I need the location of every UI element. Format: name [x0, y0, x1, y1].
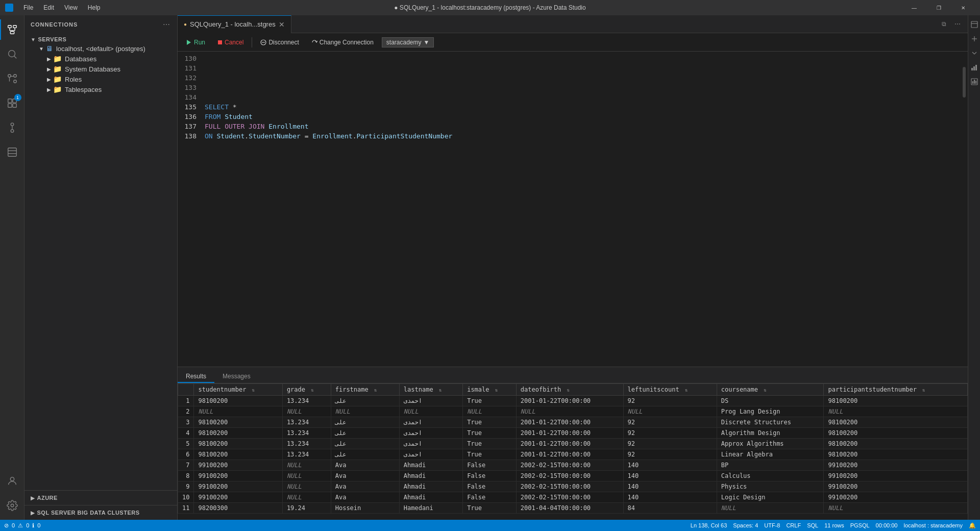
right-bar-chart-1[interactable] [968, 61, 981, 74]
right-bar-item-1[interactable] [968, 18, 981, 31]
results-tab[interactable]: Results [178, 371, 214, 383]
activity-account[interactable] [0, 469, 24, 493]
svg-line-8 [14, 56, 16, 59]
results-content[interactable]: studentnumber ⇅ grade ⇅ firstname ⇅ last… [178, 383, 968, 520]
menu-help[interactable]: Help [84, 3, 105, 12]
connection-dropdown[interactable]: staracademy ▼ [382, 37, 434, 47]
cell-grade: NULL [282, 460, 331, 471]
cancel-button[interactable]: Cancel [213, 37, 248, 47]
cell-dateofbirth: 2001-01-22T00:00:00 [516, 439, 623, 449]
right-bar-chart-2[interactable] [968, 76, 981, 88]
cell-studentnumber: 98200300 [194, 503, 282, 514]
status-time: 00:00:00 [876, 522, 898, 528]
code-editor[interactable]: SELECT * FROM Student FULL OUTER JOIN En… [201, 52, 961, 367]
system-databases-label: System Databases [65, 65, 120, 73]
tab-modified-dot: ● [184, 21, 187, 27]
row-number: 8 [178, 471, 194, 481]
status-server[interactable]: localhost : staracademy [903, 522, 963, 528]
sidebar-more-actions[interactable]: ⋯ [162, 19, 171, 30]
cell-grade: 13.234 [282, 396, 331, 406]
cell-grade: 19.24 [282, 503, 331, 514]
status-language[interactable]: SQL [807, 522, 818, 528]
activity-search[interactable] [0, 42, 24, 66]
row-number: 11 [178, 503, 194, 514]
cell-ismale: False [463, 471, 517, 481]
more-actions-button[interactable]: ⋯ [951, 18, 964, 30]
status-dialect[interactable]: PGSQL [850, 522, 870, 528]
line-numbers: 130 131 132 133 134 135 136 137 138 [178, 52, 201, 367]
col-ismale[interactable]: ismale ⇅ [463, 384, 517, 396]
col-coursename[interactable]: coursename ⇅ [717, 384, 824, 396]
activity-connections[interactable] [0, 17, 24, 42]
right-bar-item-2[interactable] [968, 33, 981, 45]
window-controls: — ❐ ✕ [902, 0, 975, 15]
col-lastname[interactable]: lastname ⇅ [399, 384, 462, 396]
roles-label: Roles [65, 76, 82, 83]
messages-tab[interactable]: Messages [214, 371, 259, 383]
run-button[interactable]: Run [182, 37, 209, 47]
system-databases-item[interactable]: ▶ 📁 System Databases [24, 64, 177, 74]
svg-rect-36 [975, 65, 977, 70]
col-leftunitscount[interactable]: leftunitscount ⇅ [623, 384, 717, 396]
title-bar-menu: File Edit View Help [19, 3, 105, 12]
col-dateofbirth[interactable]: dateofbirth ⇅ [516, 384, 623, 396]
editor-content: 130 131 132 133 134 135 136 137 138 S [178, 52, 968, 367]
svg-rect-0 [8, 26, 11, 28]
status-position[interactable]: Ln 138, Col 63 [691, 522, 727, 528]
databases-item[interactable]: ▶ 📁 Databases [24, 54, 177, 64]
col-grade[interactable]: grade ⇅ [282, 384, 331, 396]
col-studentnumber[interactable]: studentnumber ⇅ [194, 384, 282, 396]
cell-dateofbirth: 2001-01-22T00:00:00 [516, 417, 623, 428]
change-connection-button[interactable]: Change Connection [307, 37, 378, 47]
roles-item[interactable]: ▶ 📁 Roles [24, 74, 177, 84]
close-button[interactable]: ✕ [951, 0, 975, 15]
sql-big-data-header[interactable]: ▶ SQL SERVER BIG DATA CLUSTERS [24, 508, 177, 518]
cell-firstname: Ava [331, 460, 399, 471]
servers-section-header[interactable]: ▼ SERVERS [24, 35, 177, 43]
row-number: 9 [178, 481, 194, 492]
status-spaces[interactable]: Spaces: 4 [733, 522, 758, 528]
row-number: 4 [178, 428, 194, 439]
cell-grade: 13.234 [282, 449, 331, 460]
cell-dateofbirth: NULL [516, 406, 623, 417]
menu-edit[interactable]: Edit [39, 3, 58, 12]
tab-close-button[interactable]: ✕ [279, 20, 285, 29]
split-editor-button[interactable]: ⧉ [939, 18, 949, 30]
azure-header[interactable]: ▶ AZURE [24, 493, 177, 503]
activity-extensions[interactable]: 1 [0, 91, 24, 115]
query-tab[interactable]: ● SQLQuery_1 - localh...stgres ✕ [178, 15, 291, 33]
status-notification-icon[interactable]: 🔔 [969, 522, 976, 529]
tablespaces-item[interactable]: ▶ 📁 Tablespaces [24, 84, 177, 94]
sidebar: CONNECTIONS ⋯ ▼ SERVERS ▼ 🖥 localhost, <… [24, 15, 178, 520]
svg-rect-30 [971, 21, 977, 28]
activity-settings[interactable] [0, 493, 24, 518]
minimize-button[interactable]: — [902, 0, 926, 15]
menu-view[interactable]: View [60, 3, 82, 12]
extensions-badge: 1 [14, 94, 21, 101]
disconnect-button[interactable]: Disconnect [256, 37, 303, 47]
table-row: 1099100200NULLAvaAhmadiFalse2002-02-15T0… [178, 492, 968, 503]
menu-file[interactable]: File [19, 3, 37, 12]
tab-bar: ● SQLQuery_1 - localh...stgres ✕ ⧉ ⋯ [178, 15, 968, 33]
cell-participantstudentnumber: 99100200 [824, 460, 968, 471]
col-firstname[interactable]: firstname ⇅ [331, 384, 399, 396]
status-line-ending[interactable]: CRLF [786, 522, 801, 528]
right-bar [968, 15, 980, 520]
svg-rect-39 [974, 80, 975, 84]
cell-lastname: NULL [399, 406, 462, 417]
maximize-button[interactable]: ❐ [927, 0, 950, 15]
activity-git[interactable] [0, 115, 24, 140]
cell-firstname: علی [331, 449, 399, 460]
col-participantstudentnumber[interactable]: participantstudentnumber ⇅ [824, 384, 968, 396]
databases-folder-icon: 📁 [53, 55, 62, 63]
cell-participantstudentnumber: 99100200 [824, 471, 968, 481]
activity-source-control[interactable] [0, 66, 24, 91]
editor-scrollbar[interactable] [961, 52, 968, 367]
status-encoding[interactable]: UTF-8 [764, 522, 780, 528]
sql-big-data-chevron: ▶ [31, 510, 35, 516]
server-localhost[interactable]: ▼ 🖥 localhost, <default> (postgres) [24, 43, 177, 54]
sql-big-data-section: ▶ SQL SERVER BIG DATA CLUSTERS [24, 505, 177, 520]
right-bar-item-3[interactable] [968, 47, 981, 59]
activity-panels[interactable] [0, 140, 24, 164]
cell-coursename: NULL [717, 503, 824, 514]
